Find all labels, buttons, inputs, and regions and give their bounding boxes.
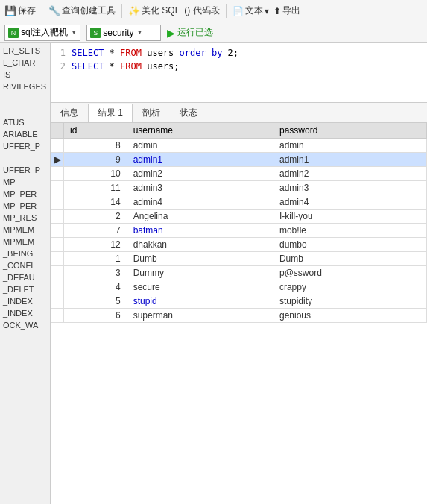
export-button[interactable]: ⬆ 导出 bbox=[273, 4, 300, 17]
cell-password: dumbo bbox=[273, 238, 426, 252]
code-button[interactable]: () 代码段 bbox=[184, 4, 219, 17]
separator-2 bbox=[121, 4, 122, 18]
col-username: username bbox=[127, 123, 273, 139]
sidebar-item-2[interactable]: IS bbox=[0, 69, 50, 81]
row-indicator: ▶ bbox=[51, 153, 64, 167]
sidebar-item-22[interactable]: _INDEX bbox=[0, 307, 50, 319]
db1-label: sql注入靶机 bbox=[21, 26, 68, 39]
db2-arrow-icon: ▼ bbox=[137, 29, 143, 36]
row-indicator bbox=[51, 210, 64, 224]
cell-password: admin3 bbox=[273, 181, 426, 195]
sidebar-item-8[interactable]: UFFER_P bbox=[0, 140, 50, 152]
table-row[interactable]: 7batmanmob!le bbox=[51, 224, 427, 238]
code-editor[interactable]: 1 SELECT * FROM users order by 2; 2 SELE… bbox=[51, 43, 427, 103]
beautify-label: 美化 SQL bbox=[142, 4, 180, 17]
cell-id: 6 bbox=[64, 309, 127, 323]
table-row[interactable]: ▶9admin1admin1 bbox=[51, 153, 427, 167]
tab-info[interactable]: 信息 bbox=[51, 104, 88, 122]
cell-id: 8 bbox=[64, 139, 127, 153]
dropdown-arrow-text: ▾ bbox=[265, 6, 269, 16]
table-row[interactable]: 3Dummyp@ssword bbox=[51, 266, 427, 280]
cell-password: genious bbox=[273, 309, 426, 323]
text-label: 文本 bbox=[245, 4, 263, 17]
cell-id: 1 bbox=[64, 252, 127, 266]
row-indicator bbox=[51, 195, 64, 210]
table-row[interactable]: 5stupidstupidity bbox=[51, 294, 427, 309]
cell-username: admin4 bbox=[127, 195, 273, 210]
line-number-1: 1 bbox=[51, 46, 72, 60]
toolbar: 💾 保存 🔧 查询创建工具 ✨ 美化 SQL () 代码段 📄 文本 ▾ ⬆ 导… bbox=[0, 0, 427, 22]
sidebar-item-13[interactable]: MP_PER bbox=[0, 200, 50, 212]
sidebar-item-19[interactable]: _DEFAU bbox=[0, 271, 50, 283]
save-button[interactable]: 💾 保存 bbox=[4, 4, 36, 17]
save-icon: 💾 bbox=[4, 5, 16, 16]
query-tool-icon: 🔧 bbox=[48, 5, 60, 16]
tab-analyze[interactable]: 剖析 bbox=[133, 104, 170, 122]
db2-dropdown[interactable]: S security ▼ bbox=[86, 25, 161, 41]
table-row[interactable]: 1DumbDumb bbox=[51, 252, 427, 266]
query-tool-button[interactable]: 🔧 查询创建工具 bbox=[48, 4, 116, 17]
export-icon: ⬆ bbox=[273, 6, 281, 16]
sidebar-item-18[interactable]: _CONFI bbox=[0, 259, 50, 271]
cell-username: secure bbox=[127, 280, 273, 294]
sidebar-item-6[interactable]: ATUS bbox=[0, 116, 50, 128]
sidebar-item-15[interactable]: MPMEM bbox=[0, 224, 50, 236]
sidebar-item-11[interactable]: MP bbox=[0, 176, 50, 188]
tab-result1[interactable]: 结果 1 bbox=[88, 104, 133, 122]
table-row[interactable]: 12dhakkandumbo bbox=[51, 238, 427, 252]
cell-username: Dummy bbox=[127, 266, 273, 280]
cell-username: Angelina bbox=[127, 210, 273, 224]
table-row[interactable]: 14admin4admin4 bbox=[51, 195, 427, 210]
sidebar-item-1[interactable]: L_CHAR bbox=[0, 57, 50, 69]
cell-password: p@ssword bbox=[273, 266, 426, 280]
sidebar-item-0[interactable]: ER_SETS bbox=[0, 45, 50, 57]
table-row[interactable]: 2AngelinaI-kill-you bbox=[51, 210, 427, 224]
cell-password: admin4 bbox=[273, 195, 426, 210]
save-label: 保存 bbox=[18, 4, 36, 17]
db1-dropdown[interactable]: N sql注入靶机 ▼ bbox=[4, 25, 80, 41]
sidebar-item-17[interactable]: _BEING bbox=[0, 248, 50, 259]
row-indicator bbox=[51, 280, 64, 294]
cell-id: 11 bbox=[64, 181, 127, 195]
sidebar-item-21[interactable]: _INDEX bbox=[0, 295, 50, 307]
line-number-2: 2 bbox=[51, 60, 72, 73]
cell-id: 7 bbox=[64, 224, 127, 238]
cell-username: batman bbox=[127, 224, 273, 238]
sidebar-item-3[interactable]: RIVILEGES bbox=[0, 81, 50, 92]
sidebar-item-9 bbox=[0, 152, 50, 164]
sidebar-item-7[interactable]: ARIABLE bbox=[0, 128, 50, 140]
table-row[interactable]: 10admin2admin2 bbox=[51, 167, 427, 181]
cell-id: 2 bbox=[64, 210, 127, 224]
results-area[interactable]: id username password 8adminadmin▶9admin1… bbox=[51, 122, 427, 504]
code-line-1: 1 SELECT * FROM users order by 2; bbox=[51, 46, 427, 60]
sidebar-item-12[interactable]: MP_PER bbox=[0, 188, 50, 200]
sidebar: ER_SETS L_CHAR IS RIVILEGES ATUS ARIABLE… bbox=[0, 43, 51, 504]
table-row[interactable]: 6supermangenious bbox=[51, 309, 427, 323]
table-row[interactable]: 11admin3admin3 bbox=[51, 181, 427, 195]
sidebar-item-10[interactable]: UFFER_P bbox=[0, 164, 50, 176]
db1-arrow-icon: ▼ bbox=[71, 29, 77, 36]
sidebar-item-20[interactable]: _DELET bbox=[0, 283, 50, 295]
cell-username: admin3 bbox=[127, 181, 273, 195]
text-button[interactable]: 📄 文本 ▾ bbox=[233, 4, 269, 17]
table-row[interactable]: 4securecrappy bbox=[51, 280, 427, 294]
table-row[interactable]: 8adminadmin bbox=[51, 139, 427, 153]
row-indicator bbox=[51, 224, 64, 238]
sidebar-item-5 bbox=[0, 104, 50, 116]
sidebar-item-16[interactable]: MPMEM bbox=[0, 236, 50, 248]
cell-id: 14 bbox=[64, 195, 127, 210]
table-header-row: id username password bbox=[51, 123, 427, 139]
cell-id: 12 bbox=[64, 238, 127, 252]
text-icon: 📄 bbox=[233, 6, 244, 16]
run-button[interactable]: ▶ 运行已选 bbox=[167, 26, 213, 39]
tab-status[interactable]: 状态 bbox=[170, 104, 207, 122]
cell-username: dhakkan bbox=[127, 238, 273, 252]
sidebar-item-23[interactable]: OCK_WA bbox=[0, 319, 50, 331]
row-indicator bbox=[51, 139, 64, 153]
sidebar-item-14[interactable]: MP_RES bbox=[0, 212, 50, 224]
db1-icon: N bbox=[8, 28, 19, 38]
beautify-button[interactable]: ✨ 美化 SQL bbox=[128, 4, 180, 17]
selector-row: N sql注入靶机 ▼ S security ▼ ▶ 运行已选 bbox=[0, 22, 427, 43]
cell-id: 10 bbox=[64, 167, 127, 181]
cell-password: I-kill-you bbox=[273, 210, 426, 224]
